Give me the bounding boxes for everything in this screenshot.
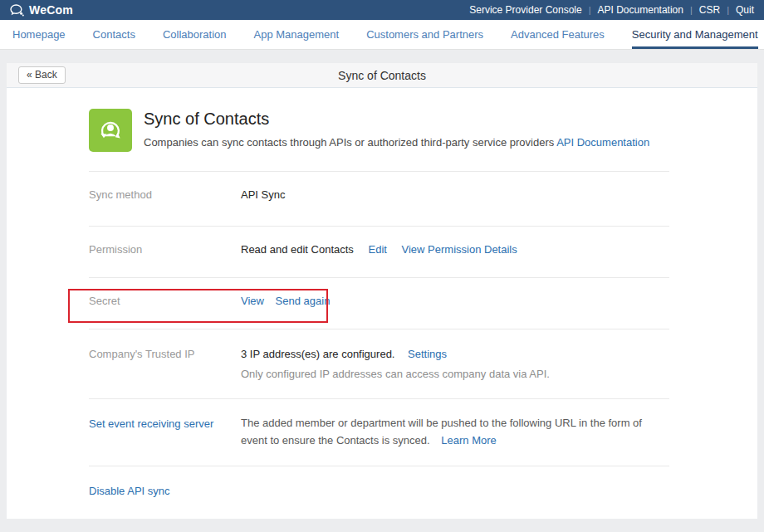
trusted-ip-settings-link[interactable]: Settings xyxy=(408,348,447,360)
page-title: Sync of Contacts xyxy=(144,110,649,129)
sync-method-label: Sync method xyxy=(89,188,241,226)
set-event-server-link[interactable]: Set event receiving server xyxy=(89,417,241,466)
learn-more-link[interactable]: Learn More xyxy=(441,434,496,447)
nav-item-advanced-features[interactable]: Advanced Features xyxy=(511,20,605,49)
topbar-link-service-provider-console[interactable]: Service Provider Console xyxy=(469,4,581,16)
topbar-links: Service Provider Console | API Documenta… xyxy=(469,4,754,16)
nav-item-contacts[interactable]: Contacts xyxy=(93,20,135,49)
event-server-description: The added member or department will be p… xyxy=(241,415,660,466)
sync-method-value: API Sync xyxy=(241,188,285,226)
nav-item-collaboration[interactable]: Collaboration xyxy=(163,20,227,49)
content-panel: « Back Sync of Contacts Sync of Contacts xyxy=(7,63,757,519)
content: Sync of Contacts Companies can sync cont… xyxy=(89,88,669,532)
wecom-logo: WeCom xyxy=(10,3,73,17)
trusted-ip-note: Only configured IP addresses can access … xyxy=(241,368,550,380)
secret-links: View Send again xyxy=(241,295,330,329)
topbar-link-quit[interactable]: Quit xyxy=(736,4,754,16)
nav-item-customers-and-partners[interactable]: Customers and Partners xyxy=(366,20,483,49)
nav-item-homepage[interactable]: Homepage xyxy=(12,20,66,49)
brand-name: WeCom xyxy=(29,3,73,17)
page-header-title: Sync of Contacts xyxy=(7,63,757,88)
sync-contacts-icon xyxy=(89,109,132,152)
secret-label: Secret xyxy=(89,295,241,329)
topbar-link-csr[interactable]: CSR xyxy=(699,4,720,16)
separator: | xyxy=(589,5,591,15)
nav-item-app-management[interactable]: App Management xyxy=(254,20,340,49)
secret-view-link[interactable]: View xyxy=(241,295,264,307)
page-subtitle: Companies can sync contacts through APIs… xyxy=(144,136,649,149)
page-header-bar: « Back Sync of Contacts xyxy=(7,63,757,88)
disable-api-sync-link[interactable]: Disable API sync xyxy=(89,485,241,532)
trusted-ip-label: Company's Trusted IP xyxy=(89,348,241,398)
api-documentation-link[interactable]: API Documentation xyxy=(556,136,649,149)
trusted-ip-value: 3 IP address(es) are configured. xyxy=(241,348,394,360)
view-permission-details-link[interactable]: View Permission Details xyxy=(402,243,517,256)
permission-row: Permission Read and edit Contacts Edit V… xyxy=(89,227,669,278)
subtitle-text: Companies can sync contacts through APIs… xyxy=(144,136,554,149)
permission-edit-link[interactable]: Edit xyxy=(369,243,387,256)
event-server-row: Set event receiving server The added mem… xyxy=(89,399,669,466)
hero-section: Sync of Contacts Companies can sync cont… xyxy=(89,88,669,172)
nav-item-security-and-management[interactable]: Security and Management xyxy=(632,20,758,49)
secret-row: Secret View Send again xyxy=(89,278,669,329)
trusted-ip-value-group: 3 IP address(es) are configured. Setting… xyxy=(241,348,550,398)
topbar: WeCom Service Provider Console | API Doc… xyxy=(0,0,764,20)
separator: | xyxy=(690,5,693,15)
chat-bubble-icon xyxy=(10,4,24,17)
separator: | xyxy=(727,5,729,15)
permission-label: Permission xyxy=(89,243,241,277)
disable-api-sync-row: Disable API sync xyxy=(89,466,669,532)
topbar-link-api-documentation[interactable]: API Documentation xyxy=(598,4,683,16)
main-nav: Homepage Contacts Collaboration App Mana… xyxy=(0,20,764,50)
trusted-ip-row: Company's Trusted IP 3 IP address(es) ar… xyxy=(89,329,669,399)
secret-send-again-link[interactable]: Send again xyxy=(276,295,331,307)
back-button[interactable]: « Back xyxy=(18,66,66,84)
hero-text: Sync of Contacts Companies can sync cont… xyxy=(144,109,649,171)
permission-value-group: Read and edit Contacts Edit View Permiss… xyxy=(241,243,517,277)
sync-method-row: Sync method API Sync xyxy=(89,172,669,227)
permission-value: Read and edit Contacts xyxy=(241,243,354,256)
